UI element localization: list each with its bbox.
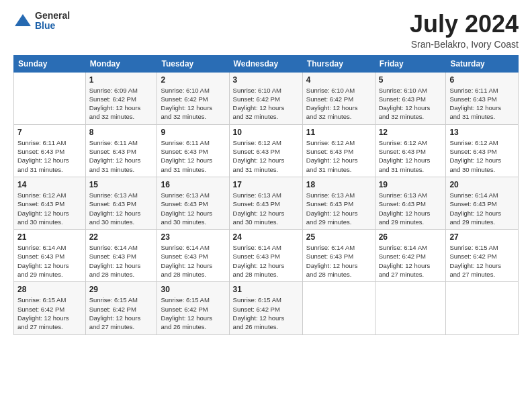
calendar-cell: 5Sunrise: 6:10 AM Sunset: 6:43 PM Daylig… <box>375 72 446 124</box>
calendar-cell: 12Sunrise: 6:12 AM Sunset: 6:43 PM Dayli… <box>375 124 446 177</box>
location-subtitle: Sran-Belakro, Ivory Coast <box>410 39 519 50</box>
day-number: 28 <box>17 285 82 294</box>
calendar-cell: 8Sunrise: 6:11 AM Sunset: 6:43 PM Daylig… <box>85 124 157 177</box>
calendar-week-row: 1Sunrise: 6:09 AM Sunset: 6:42 PM Daylig… <box>14 72 519 124</box>
calendar-cell: 10Sunrise: 6:12 AM Sunset: 6:43 PM Dayli… <box>229 124 302 177</box>
day-info: Sunrise: 6:15 AM Sunset: 6:42 PM Dayligh… <box>89 295 154 331</box>
header-tuesday: Tuesday <box>157 55 229 72</box>
day-info: Sunrise: 6:13 AM Sunset: 6:43 PM Dayligh… <box>379 191 443 226</box>
day-info: Sunrise: 6:10 AM Sunset: 6:42 PM Dayligh… <box>306 86 371 122</box>
calendar-week-row: 14Sunrise: 6:12 AM Sunset: 6:43 PM Dayli… <box>14 177 519 229</box>
calendar-cell: 2Sunrise: 6:10 AM Sunset: 6:42 PM Daylig… <box>157 72 229 124</box>
day-number: 31 <box>233 285 299 294</box>
day-number: 22 <box>89 232 154 242</box>
day-number: 1 <box>89 75 154 85</box>
day-info: Sunrise: 6:12 AM Sunset: 6:43 PM Dayligh… <box>233 138 299 174</box>
day-info: Sunrise: 6:13 AM Sunset: 6:43 PM Dayligh… <box>233 191 299 226</box>
day-info: Sunrise: 6:12 AM Sunset: 6:43 PM Dayligh… <box>379 138 443 174</box>
calendar-cell: 23Sunrise: 6:14 AM Sunset: 6:43 PM Dayli… <box>157 230 229 282</box>
calendar-cell: 19Sunrise: 6:13 AM Sunset: 6:43 PM Dayli… <box>375 177 446 229</box>
calendar-cell: 20Sunrise: 6:14 AM Sunset: 6:43 PM Dayli… <box>446 177 519 229</box>
calendar-cell: 21Sunrise: 6:14 AM Sunset: 6:43 PM Dayli… <box>14 230 86 282</box>
day-info: Sunrise: 6:14 AM Sunset: 6:43 PM Dayligh… <box>449 191 515 226</box>
day-info: Sunrise: 6:12 AM Sunset: 6:43 PM Dayligh… <box>449 138 515 174</box>
month-year-title: July 2024 <box>410 11 519 38</box>
day-number: 3 <box>233 75 299 85</box>
header-sunday: Sunday <box>14 55 86 72</box>
calendar-cell: 24Sunrise: 6:14 AM Sunset: 6:43 PM Dayli… <box>229 230 302 282</box>
day-number: 13 <box>449 128 515 137</box>
logo-blue: Blue <box>35 21 70 31</box>
header-friday: Friday <box>375 55 446 72</box>
day-info: Sunrise: 6:11 AM Sunset: 6:43 PM Dayligh… <box>161 138 225 174</box>
day-number: 5 <box>379 75 443 85</box>
day-number: 16 <box>161 180 225 189</box>
day-info: Sunrise: 6:14 AM Sunset: 6:43 PM Dayligh… <box>306 243 371 279</box>
calendar-cell: 25Sunrise: 6:14 AM Sunset: 6:43 PM Dayli… <box>302 230 375 282</box>
day-number: 12 <box>379 128 443 137</box>
calendar-body: 1Sunrise: 6:09 AM Sunset: 6:42 PM Daylig… <box>14 72 519 334</box>
calendar-cell: 3Sunrise: 6:10 AM Sunset: 6:42 PM Daylig… <box>229 72 302 124</box>
day-info: Sunrise: 6:15 AM Sunset: 6:42 PM Dayligh… <box>233 295 299 331</box>
calendar-cell: 22Sunrise: 6:14 AM Sunset: 6:43 PM Dayli… <box>85 230 157 282</box>
weekday-header-row: Sunday Monday Tuesday Wednesday Thursday… <box>14 55 519 72</box>
calendar-week-row: 21Sunrise: 6:14 AM Sunset: 6:43 PM Dayli… <box>14 230 519 282</box>
calendar-cell <box>446 282 519 334</box>
calendar-cell: 4Sunrise: 6:10 AM Sunset: 6:42 PM Daylig… <box>302 72 375 124</box>
logo-icon <box>13 11 32 30</box>
header-saturday: Saturday <box>446 55 519 72</box>
calendar-page: General Blue July 2024 Sran-Belakro, Ivo… <box>0 0 532 411</box>
day-number: 29 <box>89 285 154 294</box>
day-number: 2 <box>161 75 225 85</box>
day-number: 18 <box>306 180 371 189</box>
calendar-week-row: 7Sunrise: 6:11 AM Sunset: 6:43 PM Daylig… <box>14 124 519 177</box>
day-info: Sunrise: 6:13 AM Sunset: 6:43 PM Dayligh… <box>306 191 371 226</box>
day-number: 7 <box>17 128 82 137</box>
day-info: Sunrise: 6:11 AM Sunset: 6:43 PM Dayligh… <box>17 138 82 174</box>
calendar-cell: 29Sunrise: 6:15 AM Sunset: 6:42 PM Dayli… <box>85 282 157 334</box>
calendar-table: Sunday Monday Tuesday Wednesday Thursday… <box>13 55 519 335</box>
day-info: Sunrise: 6:13 AM Sunset: 6:43 PM Dayligh… <box>89 191 154 226</box>
day-number: 20 <box>449 180 515 189</box>
header: General Blue July 2024 Sran-Belakro, Ivo… <box>13 11 519 50</box>
day-info: Sunrise: 6:13 AM Sunset: 6:43 PM Dayligh… <box>161 191 225 226</box>
day-number: 26 <box>379 232 443 242</box>
calendar-cell: 11Sunrise: 6:12 AM Sunset: 6:43 PM Dayli… <box>302 124 375 177</box>
calendar-cell: 30Sunrise: 6:15 AM Sunset: 6:42 PM Dayli… <box>157 282 229 334</box>
calendar-cell: 27Sunrise: 6:15 AM Sunset: 6:42 PM Dayli… <box>446 230 519 282</box>
logo-general: General <box>35 11 70 21</box>
day-number: 30 <box>161 285 225 294</box>
day-info: Sunrise: 6:14 AM Sunset: 6:43 PM Dayligh… <box>17 243 82 279</box>
calendar-week-row: 28Sunrise: 6:15 AM Sunset: 6:42 PM Dayli… <box>14 282 519 334</box>
calendar-cell: 1Sunrise: 6:09 AM Sunset: 6:42 PM Daylig… <box>85 72 157 124</box>
day-number: 25 <box>306 232 371 242</box>
title-block: July 2024 Sran-Belakro, Ivory Coast <box>410 11 519 50</box>
day-info: Sunrise: 6:14 AM Sunset: 6:43 PM Dayligh… <box>233 243 299 279</box>
calendar-cell: 26Sunrise: 6:14 AM Sunset: 6:42 PM Dayli… <box>375 230 446 282</box>
calendar-cell: 7Sunrise: 6:11 AM Sunset: 6:43 PM Daylig… <box>14 124 86 177</box>
day-number: 4 <box>306 75 371 85</box>
day-info: Sunrise: 6:14 AM Sunset: 6:42 PM Dayligh… <box>379 243 443 279</box>
calendar-cell <box>14 72 86 124</box>
day-info: Sunrise: 6:10 AM Sunset: 6:42 PM Dayligh… <box>233 86 299 122</box>
day-info: Sunrise: 6:11 AM Sunset: 6:43 PM Dayligh… <box>449 86 515 122</box>
day-number: 14 <box>17 180 82 189</box>
logo-text: General Blue <box>35 11 70 32</box>
calendar-cell: 16Sunrise: 6:13 AM Sunset: 6:43 PM Dayli… <box>157 177 229 229</box>
day-number: 27 <box>449 232 515 242</box>
calendar-cell: 14Sunrise: 6:12 AM Sunset: 6:43 PM Dayli… <box>14 177 86 229</box>
day-info: Sunrise: 6:15 AM Sunset: 6:42 PM Dayligh… <box>17 295 82 331</box>
day-info: Sunrise: 6:10 AM Sunset: 6:42 PM Dayligh… <box>161 86 225 122</box>
day-info: Sunrise: 6:14 AM Sunset: 6:43 PM Dayligh… <box>89 243 154 279</box>
day-info: Sunrise: 6:15 AM Sunset: 6:42 PM Dayligh… <box>161 295 225 331</box>
calendar-cell: 17Sunrise: 6:13 AM Sunset: 6:43 PM Dayli… <box>229 177 302 229</box>
day-number: 17 <box>233 180 299 189</box>
day-info: Sunrise: 6:10 AM Sunset: 6:43 PM Dayligh… <box>379 86 443 122</box>
header-thursday: Thursday <box>302 55 375 72</box>
calendar-cell <box>375 282 446 334</box>
day-info: Sunrise: 6:09 AM Sunset: 6:42 PM Dayligh… <box>89 86 154 122</box>
day-info: Sunrise: 6:14 AM Sunset: 6:43 PM Dayligh… <box>161 243 225 279</box>
day-number: 8 <box>89 128 154 137</box>
logo: General Blue <box>13 11 70 32</box>
day-number: 9 <box>161 128 225 137</box>
